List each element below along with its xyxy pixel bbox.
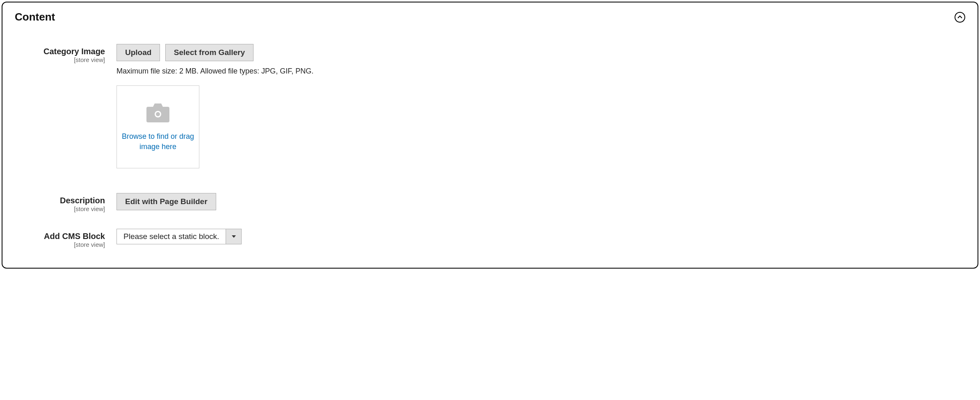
cms-block-field: Please select a static block. (117, 229, 965, 244)
upload-hint: Maximum file size: 2 MB. Allowed file ty… (117, 67, 965, 76)
image-dropzone[interactable]: Browse to find or drag image here (117, 85, 199, 168)
description-label: Description (15, 195, 105, 205)
cms-block-label-col: Add CMS Block [store view] (15, 229, 117, 248)
cms-block-scope: [store view] (15, 241, 105, 248)
caret-down-icon (232, 235, 236, 238)
cms-block-dropdown-toggle[interactable] (226, 229, 241, 244)
svg-point-2 (156, 112, 160, 116)
description-label-col: Description [store view] (15, 193, 117, 212)
category-image-row: Category Image [store view] Upload Selec… (15, 44, 965, 168)
chevron-up-icon (957, 15, 962, 20)
upload-button[interactable]: Upload (117, 44, 160, 61)
cms-block-row: Add CMS Block [store view] Please select… (15, 229, 965, 248)
category-image-field: Upload Select from Gallery Maximum file … (117, 44, 965, 168)
edit-page-builder-button[interactable]: Edit with Page Builder (117, 193, 216, 210)
camera-icon (146, 102, 170, 126)
cms-block-selected-text: Please select a static block. (117, 229, 226, 244)
description-row: Description [store view] Edit with Page … (15, 193, 965, 212)
category-image-label: Category Image (15, 46, 105, 56)
collapse-toggle[interactable] (955, 12, 965, 23)
content-panel: Content Category Image [store view] Uplo… (2, 2, 978, 269)
category-image-label-col: Category Image [store view] (15, 44, 117, 63)
category-image-scope: [store view] (15, 56, 105, 63)
description-field: Edit with Page Builder (117, 193, 965, 210)
description-scope: [store view] (15, 205, 105, 212)
dropzone-text: Browse to find or drag image here (121, 131, 195, 152)
panel-header: Content (15, 11, 965, 23)
panel-title: Content (15, 11, 55, 23)
cms-block-label: Add CMS Block (15, 231, 105, 241)
select-from-gallery-button[interactable]: Select from Gallery (165, 44, 254, 61)
cms-block-select[interactable]: Please select a static block. (117, 229, 242, 244)
